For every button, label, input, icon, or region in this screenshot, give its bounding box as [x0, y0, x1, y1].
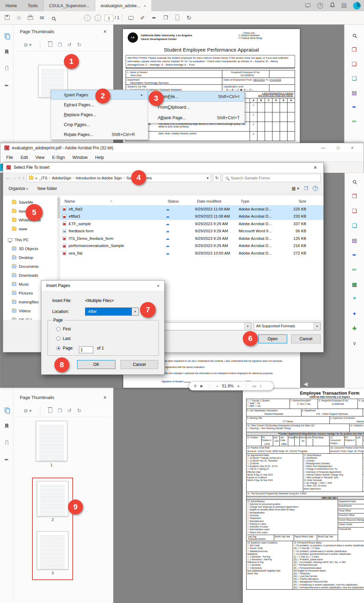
col-type[interactable]: Type: [239, 199, 280, 203]
hand-tool-icon[interactable]: ✛: [194, 384, 197, 388]
radio-page[interactable]: Page: 1 of 1: [56, 346, 104, 353]
create-pdf-icon[interactable]: ❏: [352, 61, 356, 67]
export-pdf-icon[interactable]: ❐: [352, 47, 356, 53]
window2-title-bar[interactable]: evaluatgion_adobeprint.pdf - Adobe Acrob…: [0, 143, 364, 153]
ok-button[interactable]: OK: [77, 360, 115, 369]
rotate-cw-icon[interactable]: ↻: [77, 42, 82, 48]
address-dropdown-icon[interactable]: ▾: [207, 176, 209, 180]
file-row[interactable]: eftflat1 ☁ 9/29/2023 11:08 AM Adobe Acro…: [60, 213, 323, 220]
context-menu-item[interactable]: Crop Pages...: [51, 120, 148, 129]
pc-folder-item[interactable]: Desktop: [3, 253, 57, 262]
minimize-icon[interactable]: —: [321, 146, 325, 150]
thumbnail-page-3[interactable]: [37, 531, 68, 570]
menu-item[interactable]: Window: [69, 155, 91, 160]
feedback-icon[interactable]: [305, 3, 310, 8]
attachments-icon-2[interactable]: [5, 440, 8, 445]
quick-access-folder[interactable]: www: [3, 224, 57, 233]
trash-icon[interactable]: [171, 15, 183, 21]
tab-evaluatgion-adobe[interactable]: evaluatgion_adobe...×: [95, 0, 152, 11]
delete-pages-icon[interactable]: [48, 41, 52, 48]
file-row[interactable]: feedback form ☁ 9/29/2023 9:29 AM Micros…: [60, 228, 323, 235]
tab-csula-supervisor[interactable]: CSULA_Supervisor...: [43, 0, 95, 11]
page-thumbnails-icon-2[interactable]: [5, 408, 9, 412]
comment-icon[interactable]: [125, 15, 137, 21]
file-dialog-title-bar[interactable]: Select File To Insert ✕: [3, 163, 323, 172]
this-pc-item[interactable]: This PC: [3, 235, 57, 244]
file-row[interactable]: performanceevaluation_Sample ☁ 9/29/2023…: [60, 242, 323, 250]
convert-table-icon[interactable]: ▦: [352, 282, 357, 287]
file-row[interactable]: ETF_sample ☁ 9/29/2023 9:29 AM Adobe Acr…: [60, 220, 323, 228]
pc-folder-item[interactable]: Documents: [3, 262, 57, 271]
new-folder-button[interactable]: New folder: [38, 186, 57, 191]
radio-last[interactable]: Last: [56, 336, 71, 341]
cancel-button[interactable]: Cancel: [291, 334, 321, 343]
rotate-ccw-icon-2[interactable]: ↺: [67, 408, 72, 414]
search-icon[interactable]: [48, 15, 59, 21]
breadcrumb-intro[interactable]: Introduction to Adobe Sign: [76, 176, 122, 180]
menu-item[interactable]: File: [2, 155, 17, 160]
student-assistant-checkbox[interactable]: ☑ Student Assistant: [238, 34, 262, 37]
next-page-icon[interactable]: ↓: [95, 15, 101, 21]
breadcrumb-its[interactable]: _ITS: [39, 176, 47, 180]
signatures-icon-2[interactable]: ✒: [4, 456, 9, 463]
pc-folder-item[interactable]: 3D Objects: [3, 244, 57, 253]
col-date[interactable]: Date modified: [195, 199, 239, 203]
delete-pages-icon-2[interactable]: [48, 407, 52, 414]
menu-item[interactable]: Help: [92, 155, 108, 160]
redo-icon[interactable]: ↻: [183, 14, 195, 22]
open-button[interactable]: Open: [258, 334, 287, 343]
back-icon[interactable]: ←: [6, 175, 10, 180]
rail-collapse-icon[interactable]: ∨: [352, 341, 356, 346]
menu-item[interactable]: Edit: [17, 155, 32, 160]
thumbnail-page-1[interactable]: [36, 421, 67, 461]
thumbnail-page-2[interactable]: [37, 481, 68, 517]
menu-item[interactable]: View: [32, 155, 48, 160]
fit-page-icon[interactable]: ▭: [252, 384, 256, 388]
rotate-ccw-icon[interactable]: ↺: [67, 42, 72, 48]
location-dropdown-arrow[interactable]: ▾: [132, 308, 139, 315]
select-tool-icon[interactable]: ▶: [200, 384, 203, 388]
edit-pdf-icon[interactable]: ✏: [352, 119, 356, 124]
context-menu-item[interactable]: Replace Pages...: [51, 110, 148, 120]
recent-locations-icon[interactable]: ▾: [19, 176, 20, 180]
extract-pages-icon-2[interactable]: ❐: [58, 408, 62, 413]
stamp-edit-icon[interactable]: ❐: [160, 15, 171, 21]
combine-files-icon[interactable]: ❑: [352, 76, 356, 81]
up-icon[interactable]: ↑: [23, 175, 25, 180]
insert-dialog-close-icon[interactable]: ×: [157, 283, 159, 288]
combine-files-icon-2[interactable]: ❑: [352, 223, 357, 229]
close-panel-icon-2[interactable]: ✕: [103, 395, 107, 400]
col-status[interactable]: Status: [166, 199, 195, 203]
pc-folder-item[interactable]: Downloads: [3, 271, 57, 280]
close-tab-icon[interactable]: ×: [144, 4, 146, 8]
thumbnail-options-icon-2[interactable]: ⊞ ▾: [24, 408, 32, 413]
location-dropdown[interactable]: After ▾: [85, 307, 139, 316]
organize-pages-icon-2[interactable]: ▤: [352, 238, 357, 243]
bookmarks-icon-2[interactable]: [5, 424, 9, 428]
attachments-icon[interactable]: [5, 66, 8, 71]
submenu-item[interactable]: A Blank Page... Shift+Ctrl+T: [148, 112, 244, 123]
add-tools-icon[interactable]: ✚: [352, 326, 356, 331]
extract-pages-icon[interactable]: ❐: [58, 42, 62, 47]
file-row[interactable]: eft_flat2 ☁ 9/29/2023 11:09 AM Adobe Acr…: [60, 205, 323, 213]
tab-tools[interactable]: Tools: [22, 0, 43, 11]
file-dialog-close-icon[interactable]: ✕: [311, 165, 320, 170]
organize-pages-icon[interactable]: ▤: [352, 90, 357, 96]
address-bar[interactable]: « _ITS› AdobeSign› Introduction to Adobe…: [27, 174, 211, 182]
file-type-filter[interactable]: All Supported Formats▾: [254, 322, 321, 330]
apps-grid-icon[interactable]: [342, 3, 346, 8]
col-size[interactable]: Size: [280, 199, 311, 203]
print-icon[interactable]: [25, 15, 36, 21]
page-number-field[interactable]: 1: [79, 346, 93, 353]
rotate-cw-icon-2[interactable]: ↻: [77, 408, 82, 414]
edit-pdf-icon-2[interactable]: ✏: [352, 267, 356, 273]
close-panel-icon[interactable]: ✕: [103, 29, 107, 34]
search-input[interactable]: Search Sample Forms: [223, 174, 321, 182]
previous-page-icon[interactable]: ↑: [84, 15, 90, 21]
context-menu-item[interactable]: Rotate Pages... Shift+Ctrl+R: [51, 129, 148, 139]
zoom-in-icon[interactable]: +: [237, 383, 240, 389]
search-tool-icon-2[interactable]: [353, 178, 356, 184]
avatar[interactable]: [353, 2, 361, 10]
file-row[interactable]: ITS_Demo_feedack_form ☁ 9/29/2023 9:29 A…: [60, 235, 323, 242]
sign-pen-icon[interactable]: ✒: [148, 15, 160, 21]
